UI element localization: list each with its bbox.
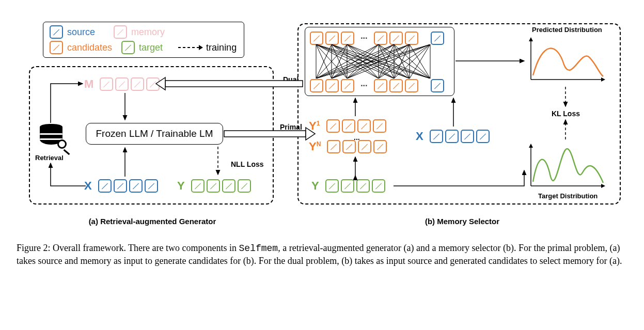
sequence-target-Y-b: Y <box>311 179 386 193</box>
legend-target-label: target <box>139 42 163 53</box>
legend-memory-swatch <box>114 25 127 39</box>
sequence-source-X-a: X <box>84 179 159 193</box>
dual-label: Dual <box>283 75 299 84</box>
label-Y1-pre: Y <box>309 119 317 132</box>
legend-training-label: training <box>206 42 237 53</box>
legend: source memory candidates target training <box>43 22 244 58</box>
panel-a-title: (a) Retrieval-augmented Generator <box>77 217 227 226</box>
sequence-memory-M: M <box>84 77 161 91</box>
label-Y1-sup: 1 <box>317 120 320 127</box>
sequence-candidate-Y1: Y1 <box>309 119 387 133</box>
database-icon <box>40 124 62 145</box>
nll-loss-label: NLL Loss <box>231 160 264 168</box>
caption-code: Selfmem <box>239 243 278 254</box>
target-distribution-chart <box>527 143 608 190</box>
label-YN-sup: N <box>317 140 321 148</box>
panel-b-title: (b) Memory Selector <box>418 217 506 226</box>
legend-source-label: source <box>67 27 95 38</box>
legend-source-swatch <box>50 25 63 39</box>
label-M: M <box>84 77 93 91</box>
legend-memory-label: memory <box>131 27 165 38</box>
target-distribution-label: Target Distribution <box>538 192 598 200</box>
label-X-b: X <box>416 130 423 143</box>
kl-loss-label: KL Loss <box>552 109 580 118</box>
predicted-distribution-label: Predicted Distribution <box>532 26 602 34</box>
cross-attention-lines <box>309 44 449 78</box>
legend-target-swatch <box>121 41 135 54</box>
legend-candidates-label: candidates <box>67 42 112 53</box>
lm-box: Frozen LLM / Trainable LM <box>86 123 223 145</box>
sequence-candidate-YN: YN <box>309 139 388 153</box>
legend-candidates-swatch <box>50 41 63 54</box>
retrieval-label: Retrieval <box>35 154 64 162</box>
legend-training-arrow-icon <box>178 44 203 51</box>
label-Y-a: Y <box>177 179 185 193</box>
label-Y-b: Y <box>311 179 319 193</box>
sequence-source-X-b: X <box>416 129 491 143</box>
predicted-distribution-chart <box>527 36 608 84</box>
primal-label: Primal <box>280 123 302 131</box>
label-X-a: X <box>84 179 92 193</box>
lm-box-label: Frozen LLM / Trainable LM <box>96 128 213 139</box>
figure-caption: Figure 2: Overall framework. There are t… <box>17 242 626 268</box>
caption-prefix: Figure 2: Overall framework. There are t… <box>17 243 239 253</box>
sequence-target-Y-a: Y <box>177 179 252 193</box>
framework-diagram: source memory candidates target training… <box>10 10 634 320</box>
label-YN-pre: Y <box>309 140 317 153</box>
